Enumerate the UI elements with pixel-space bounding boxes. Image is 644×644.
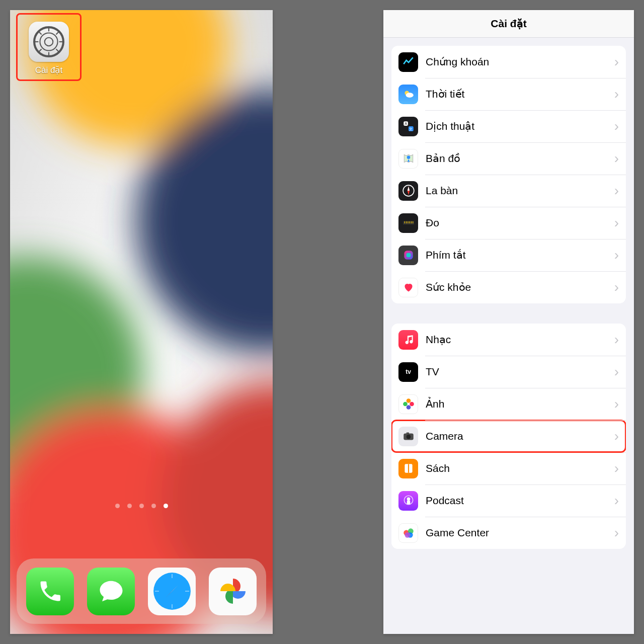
settings-row-books[interactable]: Sách›: [391, 452, 626, 485]
measure-icon: [402, 216, 415, 229]
music-icon: [402, 333, 415, 346]
settings-row-measure[interactable]: Đo›: [391, 207, 626, 239]
settings-row-stocks[interactable]: Chứng khoán›: [391, 46, 626, 78]
pinwheel-icon: [218, 576, 248, 606]
settings-row-music[interactable]: Nhạc›: [391, 324, 626, 356]
settings-row-podcast[interactable]: Podcast›: [391, 485, 626, 517]
chevron-right-icon: ›: [614, 87, 626, 101]
settings-app-icon[interactable]: [29, 22, 69, 62]
compass-icon: [151, 571, 193, 612]
settings-row-health[interactable]: Sức khỏe›: [391, 271, 626, 303]
settings-row-shortcuts[interactable]: Phím tắt›: [391, 239, 626, 271]
stocks-app-icon: [398, 52, 418, 72]
settings-row-label: Ảnh: [426, 398, 614, 410]
settings-row-label: Sức khỏe: [426, 281, 614, 293]
photos-app-icon: [398, 394, 418, 414]
svg-point-25: [406, 93, 413, 98]
dock: [17, 558, 266, 624]
page-indicator[interactable]: [10, 504, 273, 508]
gamectr-icon: [402, 526, 415, 539]
settings-row-gamectr[interactable]: Game Center›: [391, 517, 626, 549]
home-screen: Cài đặt: [10, 10, 273, 634]
svg-marker-33: [407, 186, 409, 191]
settings-row-translate[interactable]: A文Dịch thuật›: [391, 110, 626, 142]
settings-row-weather[interactable]: Thời tiết›: [391, 78, 626, 110]
svg-point-8: [45, 38, 53, 46]
weather-icon: [402, 88, 415, 101]
settings-row-camera[interactable]: Camera›: [391, 420, 626, 452]
health-icon: [402, 281, 415, 294]
settings-header: Cài đặt: [383, 10, 634, 38]
chevron-right-icon: ›: [614, 429, 626, 443]
translate-icon: A文: [402, 120, 415, 133]
settings-sections[interactable]: Chứng khoán›Thời tiết›A文Dịch thuật›Bản đ…: [383, 38, 634, 634]
svg-point-43: [406, 398, 411, 403]
svg-text:文: 文: [409, 127, 413, 131]
svg-text:A: A: [405, 122, 407, 125]
settings-row-label: La bàn: [426, 185, 614, 197]
chevron-right-icon: ›: [614, 119, 626, 133]
chevron-right-icon: ›: [614, 397, 626, 411]
settings-row-compass[interactable]: La bàn›: [391, 175, 626, 207]
measure-app-icon: [398, 213, 418, 233]
camera-app-icon: [398, 427, 418, 446]
settings-row-photos[interactable]: Ảnh›: [391, 388, 626, 420]
chevron-right-icon: ›: [614, 151, 626, 166]
chevron-right-icon: ›: [614, 333, 626, 347]
svg-point-57: [405, 532, 410, 538]
chevron-right-icon: ›: [614, 365, 626, 379]
settings-row-label: Thời tiết: [426, 88, 614, 100]
svg-rect-42: [406, 253, 411, 258]
svg-point-46: [403, 402, 408, 407]
settings-row-tv[interactable]: tvTV›: [391, 356, 626, 388]
gear-icon: [33, 26, 64, 57]
settings-app-highlight: Cài đặt: [16, 13, 82, 81]
svg-point-7: [40, 33, 57, 50]
music-app-icon: [398, 330, 418, 350]
wallpaper: [10, 10, 273, 634]
compass-app-icon: [398, 181, 418, 201]
svg-line-16: [38, 49, 41, 52]
settings-row-maps[interactable]: Bản đồ›: [391, 142, 626, 175]
books-icon: [402, 462, 415, 475]
stocks-icon: [402, 55, 415, 68]
chevron-right-icon: ›: [614, 184, 626, 198]
compass-icon: [402, 184, 415, 197]
settings-row-label: Bản đồ: [426, 152, 614, 165]
settings-title: Cài đặt: [491, 18, 526, 30]
chevron-right-icon: ›: [614, 280, 626, 294]
phone-icon: [37, 578, 63, 604]
settings-group-2: Nhạc›tvTV›Ảnh›Camera›Sách›Podcast›Game C…: [391, 324, 626, 549]
svg-point-48: [406, 435, 411, 439]
shortcuts-icon: [402, 249, 415, 262]
settings-group-1: Chứng khoán›Thời tiết›A文Dịch thuật›Bản đ…: [391, 46, 626, 303]
settings-row-label: Sách: [426, 462, 614, 474]
photos-icon: [402, 397, 415, 411]
settings-screen: Cài đặt Chứng khoán›Thời tiết›A文Dịch thu…: [383, 10, 634, 634]
safari-app-icon[interactable]: [148, 568, 196, 615]
books-app-icon: [398, 459, 418, 478]
health-app-icon: [398, 278, 418, 297]
settings-row-label: Camera: [426, 430, 614, 442]
chevron-right-icon: ›: [614, 526, 626, 540]
camera-icon: [402, 430, 415, 443]
translate-app-icon: A文: [398, 117, 418, 136]
weather-app-icon: [398, 85, 418, 104]
podcast-icon: [402, 494, 415, 507]
settings-app-label: Cài đặt: [35, 65, 62, 75]
settings-row-label: Nhạc: [426, 334, 614, 346]
podcast-app-icon: [398, 491, 418, 511]
messages-app-icon[interactable]: [87, 568, 135, 615]
speech-bubble-icon: [98, 578, 125, 605]
settings-row-label: TV: [426, 366, 614, 378]
gamectr-app-icon: [398, 523, 418, 543]
svg-point-17: [153, 573, 191, 610]
svg-line-15: [56, 31, 59, 34]
google-photos-app-icon[interactable]: [209, 568, 257, 615]
settings-row-label: Podcast: [426, 495, 614, 507]
maps-icon: [402, 152, 415, 165]
phone-app-icon[interactable]: [26, 568, 74, 615]
maps-app-icon: [398, 149, 418, 169]
chevron-right-icon: ›: [614, 248, 626, 262]
tv-app-icon: tv: [398, 362, 418, 382]
